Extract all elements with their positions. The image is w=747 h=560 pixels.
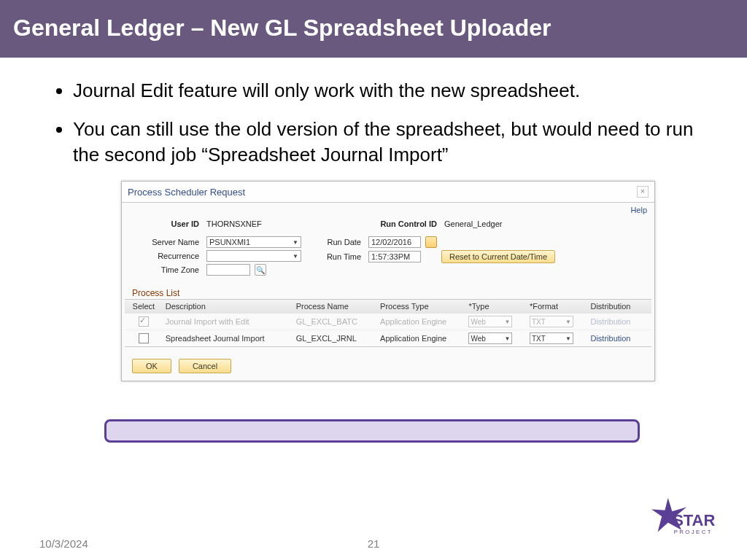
run-time-input[interactable]: 1:57:33PM: [368, 251, 421, 262]
run-control-value: General_Ledger: [444, 219, 503, 228]
chevron-down-icon: ▼: [504, 319, 510, 325]
star-project-logo: STAR PROJECT: [646, 496, 727, 544]
row-description: Spreadsheet Journal Import: [163, 332, 293, 345]
distribution-link[interactable]: Distribution: [587, 315, 651, 328]
slide-title: General Ledger – New GL Spreadsheet Uplo…: [13, 15, 734, 42]
col-process-type: Process Type: [377, 300, 465, 313]
bullet-item: You can still use the old version of the…: [73, 117, 706, 168]
run-date-label: Run Date: [310, 238, 361, 246]
dialog-title: Process Scheduler Request: [128, 187, 245, 198]
process-list-table: Select Description Process Name Process …: [125, 299, 651, 347]
chevron-down-icon: ▼: [565, 319, 571, 325]
row-process-name: GL_EXCL_BATC: [293, 315, 377, 328]
footer-date: 10/3/2024: [39, 537, 88, 550]
time-zone-label: Time Zone: [132, 265, 199, 274]
table-row: Spreadsheet Journal Import GL_EXCL_JRNL …: [125, 330, 651, 346]
slide-title-bar: General Ledger – New GL Spreadsheet Uplo…: [0, 0, 747, 58]
server-name-select[interactable]: PSUNXMI1▼: [206, 236, 301, 248]
col-type: *Type: [465, 300, 527, 313]
ok-button[interactable]: OK: [132, 359, 171, 373]
server-name-label: Server Name: [132, 238, 199, 246]
time-zone-input[interactable]: [206, 264, 250, 276]
select-checkbox[interactable]: [139, 316, 149, 327]
row-process-type: Application Engine: [377, 332, 465, 345]
svg-text:PROJECT: PROJECT: [674, 529, 713, 535]
slide-footer: 10/3/2024 21 STAR PROJECT: [0, 537, 747, 550]
cancel-button[interactable]: Cancel: [179, 359, 231, 373]
chevron-down-icon: ▼: [293, 239, 298, 246]
bullet-list: Journal Edit feature will only work with…: [41, 78, 706, 168]
type-select[interactable]: Web▼: [468, 316, 512, 327]
close-icon[interactable]: ×: [637, 186, 649, 198]
table-header-row: Select Description Process Name Process …: [125, 300, 651, 314]
calendar-icon[interactable]: [425, 236, 437, 248]
distribution-link[interactable]: Distribution: [587, 332, 651, 345]
footer-page: 21: [368, 537, 380, 550]
table-row: Journal Import with Edit GL_EXCL_BATC Ap…: [125, 314, 651, 330]
svg-text:STAR: STAR: [673, 511, 715, 529]
chevron-down-icon: ▼: [293, 253, 298, 260]
recurrence-label: Recurrence: [132, 252, 199, 260]
slide-body: Journal Edit feature will only work with…: [0, 58, 747, 381]
recurrence-select[interactable]: ▼: [206, 250, 301, 262]
row-process-type: Application Engine: [377, 315, 465, 328]
col-distribution: Distribution: [587, 300, 651, 313]
highlight-overlay: [104, 419, 640, 443]
process-scheduler-dialog: Process Scheduler Request × Help User ID…: [121, 181, 655, 381]
run-time-label: Run Time: [310, 252, 361, 261]
process-list-header: Process List: [132, 288, 654, 299]
col-process-name: Process Name: [293, 300, 377, 313]
col-format: *Format: [527, 300, 588, 313]
format-select[interactable]: TXT▼: [530, 316, 573, 327]
format-select[interactable]: TXT▼: [530, 332, 573, 344]
type-select[interactable]: Web▼: [468, 332, 512, 344]
help-link[interactable]: Help: [630, 206, 647, 214]
chevron-down-icon: ▼: [565, 335, 571, 342]
run-control-label: Run Control ID: [357, 219, 437, 228]
lookup-icon[interactable]: 🔍: [255, 264, 266, 276]
run-date-input[interactable]: 12/02/2016: [368, 236, 421, 248]
reset-date-time-button[interactable]: Reset to Current Date/Time: [441, 250, 555, 263]
user-id-value: THORNSXNEF: [206, 219, 352, 228]
row-process-name: GL_EXCL_JRNL: [293, 332, 377, 345]
row-description: Journal Import with Edit: [163, 315, 293, 328]
col-select: Select: [125, 300, 163, 313]
chevron-down-icon: ▼: [504, 335, 510, 342]
bullet-item: Journal Edit feature will only work with…: [73, 78, 706, 104]
select-checkbox[interactable]: [139, 333, 149, 343]
user-id-label: User ID: [132, 219, 199, 228]
col-description: Description: [163, 300, 293, 313]
